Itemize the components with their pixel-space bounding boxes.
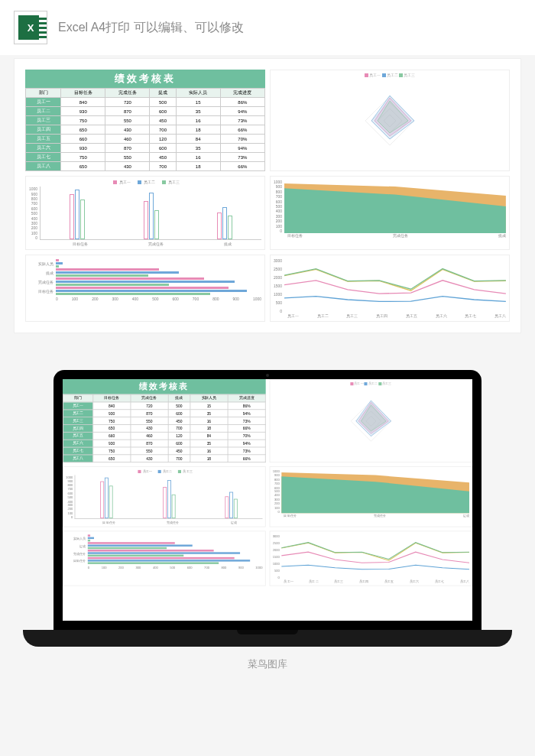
hbar: [56, 274, 148, 277]
table-row: 员工四6504307001866%: [26, 125, 265, 135]
bar: [70, 194, 74, 239]
table-row: 员工三7505504501673%: [26, 116, 265, 125]
bar: [109, 485, 113, 518]
camera-icon: [266, 374, 269, 377]
performance-table: 绩效考核表部门目标任务完成任务提成实际人员完成进度员工一840720500158…: [63, 379, 266, 462]
bar-group: [217, 207, 232, 239]
hbar-row: 实际人员: [29, 259, 261, 268]
hbar-row: 目标任务: [66, 557, 262, 564]
bar-group: [100, 478, 112, 518]
table-row: 员工七7505504501673%: [26, 153, 265, 162]
hbar: [56, 277, 204, 280]
hbar: [88, 560, 251, 561]
hbar: [56, 271, 179, 274]
hbar-row: 目标任务: [29, 287, 261, 295]
line-chart: 300025002000150010005000员工一员工二员工三员工四员工五员…: [270, 255, 510, 322]
line-chart: 300025002000150010005000员工一员工二员工三员工四员工五员…: [270, 531, 472, 586]
hbar: [88, 543, 175, 544]
performance-table: 绩效考核表部门目标任务完成任务提成实际人员完成进度员工一840720500158…: [25, 70, 265, 171]
table-row: 员工五6604601208470%: [63, 432, 265, 440]
excel-icon: X: [14, 11, 47, 44]
bar: [100, 482, 104, 518]
col-header: 实际人员: [190, 394, 228, 402]
hbar: [88, 557, 235, 559]
col-header: 完成任务: [105, 89, 150, 98]
preview-sheet: 绩效考核表部门目标任务完成任务提成实际人员完成进度员工一840720500158…: [14, 58, 521, 333]
horizontal-bar-chart: 实际人员提成完成任务目标任务01002003004005006007008009…: [63, 531, 266, 586]
bar: [167, 480, 171, 518]
bar: [171, 495, 175, 519]
bar: [228, 216, 232, 240]
bar: [229, 492, 233, 518]
hbar: [56, 265, 59, 268]
bar-group: [225, 492, 237, 518]
hbar-row: 完成任务: [66, 550, 262, 556]
hbar: [88, 555, 184, 556]
radar-chart: 员工一 员工二 员工三: [270, 70, 510, 171]
hbar-row: 实际人员: [66, 535, 262, 542]
hbar: [56, 268, 159, 271]
watermark-text: 菜鸟图库: [0, 657, 535, 679]
hbar: [88, 563, 219, 564]
bar: [217, 213, 222, 239]
bar: [154, 210, 159, 240]
radar-chart: 员工一 员工二 员工三: [270, 379, 472, 462]
bar-chart: 员工一员工二员工三1000900800700600500400300200100…: [25, 176, 265, 250]
col-header: 目标任务: [92, 394, 130, 402]
bar-legend: 员工一员工二员工三: [29, 180, 261, 184]
hbar: [56, 259, 59, 261]
bar: [234, 499, 238, 519]
laptop-base: [23, 630, 512, 647]
col-header: 部门: [63, 394, 92, 402]
bar: [80, 200, 85, 240]
table-row: 员工二9308706003594%: [63, 410, 265, 417]
bar-group: [144, 193, 159, 239]
col-header: 完成任务: [131, 394, 168, 402]
bar: [163, 487, 167, 518]
hbar: [56, 290, 247, 292]
col-header: 提成: [150, 89, 176, 98]
header-text: Excel A4打印 可以编辑、可以修改: [58, 20, 244, 36]
table-title: 绩效考核表: [63, 379, 266, 394]
hbar: [56, 281, 235, 283]
bar: [105, 478, 109, 518]
hbar: [88, 537, 94, 539]
hbar: [88, 547, 167, 549]
table-row: 员工四6504307001866%: [63, 425, 265, 433]
table-row: 员工六9308706003594%: [26, 144, 265, 153]
page-header: X Excel A4打印 可以编辑、可以修改: [0, 0, 535, 55]
table-row: 员工一8407205001586%: [63, 402, 265, 410]
hbar: [56, 284, 169, 286]
bar: [225, 497, 229, 519]
hbar: [56, 262, 63, 264]
table-row: 员工七7505504501673%: [63, 447, 265, 455]
hbar: [88, 553, 240, 554]
table-row: 员工八6504307001866%: [26, 162, 265, 171]
hbar: [88, 535, 90, 537]
bar-chart: 员工一员工二员工三1000900800700600500400300200100…: [63, 466, 266, 527]
bar: [149, 193, 154, 239]
area-chart: 10009008007006005004003002001000目标任务完成任务…: [270, 176, 510, 250]
table-row: 员工三7505504501673%: [63, 417, 265, 425]
table-row: 员工一8407205001586%: [26, 98, 265, 107]
hbar: [88, 540, 91, 541]
bar-group: [163, 480, 175, 518]
bar-legend: 员工一员工二员工三: [66, 469, 262, 473]
excel-icon-label: X: [18, 15, 43, 40]
horizontal-bar-chart: 实际人员提成完成任务目标任务01002003004005006007008009…: [25, 255, 265, 322]
hbar-row: 提成: [66, 543, 262, 550]
laptop-inner: 绩效考核表部门目标任务完成任务提成实际人员完成进度员工一840720500158…: [63, 379, 472, 621]
hbar: [56, 287, 229, 289]
col-header: 实际人员: [176, 89, 220, 98]
table-row: 员工五6604601208470%: [26, 135, 265, 144]
hbar-row: 提成: [29, 268, 261, 277]
col-header: 部门: [26, 89, 61, 98]
area-chart: 10009008007006005004003002001000目标任务完成任务…: [270, 466, 472, 527]
bar: [144, 201, 148, 239]
hbar: [88, 550, 214, 551]
hbar: [88, 545, 193, 547]
col-header: 完成进度: [220, 89, 264, 98]
col-header: 完成进度: [228, 394, 265, 402]
table-title: 绩效考核表: [25, 70, 265, 88]
table-row: 员工二9308706003594%: [26, 107, 265, 116]
